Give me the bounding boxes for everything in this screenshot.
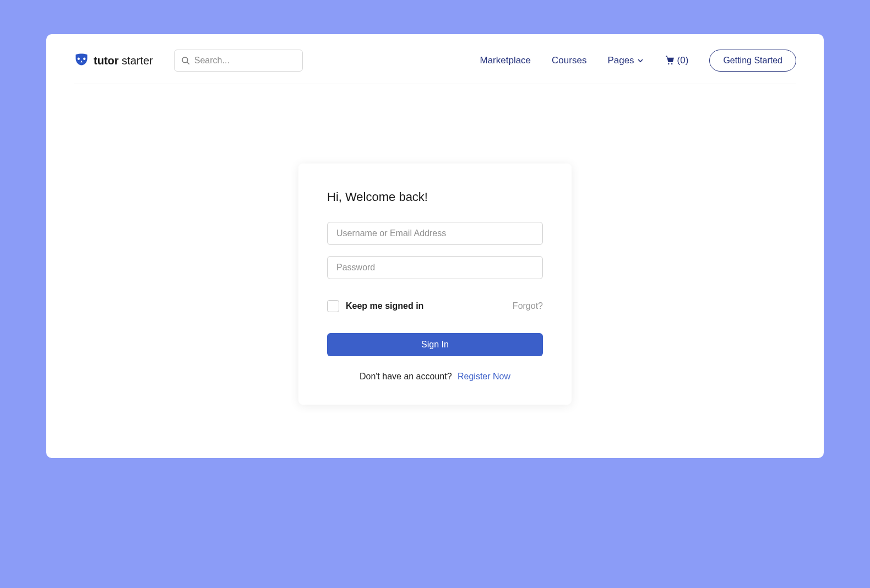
page-container: tutor starter Marketplace Courses Pages bbox=[46, 34, 824, 458]
sign-in-button[interactable]: Sign In bbox=[327, 333, 543, 356]
nav-pages[interactable]: Pages bbox=[607, 55, 643, 66]
no-account-text: Don't have an account? bbox=[360, 372, 452, 381]
main-nav: Marketplace Courses Pages (0) Getting bbox=[480, 50, 796, 72]
svg-point-0 bbox=[182, 57, 188, 63]
register-link[interactable]: Register Now bbox=[458, 372, 510, 381]
remember-label: Keep me signed in bbox=[346, 301, 423, 311]
header: tutor starter Marketplace Courses Pages bbox=[74, 34, 796, 84]
forgot-link[interactable]: Forgot? bbox=[513, 301, 543, 311]
cart-icon bbox=[664, 54, 675, 68]
cart-count: (0) bbox=[677, 55, 689, 66]
remember-checkbox[interactable] bbox=[327, 300, 339, 312]
password-input[interactable] bbox=[327, 256, 543, 279]
remember-row: Keep me signed in Forgot? bbox=[327, 300, 543, 312]
cart-button[interactable]: (0) bbox=[664, 54, 689, 68]
login-title: Hi, Welcome back! bbox=[327, 190, 543, 204]
logo[interactable]: tutor starter bbox=[74, 53, 153, 68]
nav-marketplace[interactable]: Marketplace bbox=[480, 55, 531, 66]
login-card: Hi, Welcome back! Keep me signed in Forg… bbox=[298, 164, 572, 405]
search-wrapper bbox=[174, 50, 303, 72]
search-input[interactable] bbox=[174, 50, 303, 72]
getting-started-button[interactable]: Getting Started bbox=[709, 50, 796, 72]
remember-checkbox-wrap: Keep me signed in bbox=[327, 300, 423, 312]
username-input[interactable] bbox=[327, 222, 543, 245]
nav-pages-label: Pages bbox=[607, 55, 634, 66]
owl-icon bbox=[74, 53, 89, 68]
logo-text: tutor starter bbox=[94, 55, 153, 67]
chevron-down-icon bbox=[638, 55, 643, 66]
nav-courses[interactable]: Courses bbox=[552, 55, 586, 66]
register-row: Don't have an account? Register Now bbox=[327, 372, 543, 382]
svg-line-1 bbox=[187, 62, 189, 64]
